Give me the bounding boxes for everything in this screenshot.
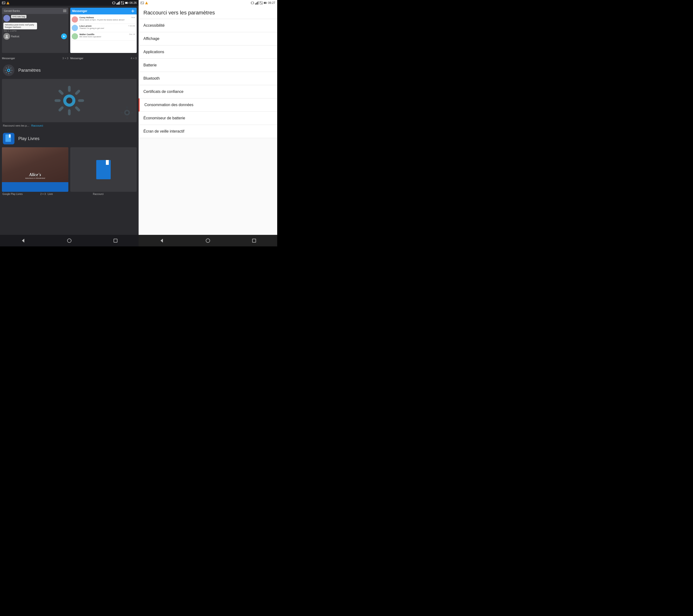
settings-item-2[interactable]: Applications [139, 45, 277, 59]
msg-item-2[interactable]: Walter Castillo We need more cupcakes! D… [71, 32, 136, 41]
settings-label-8: Écran de veille interactif [143, 129, 184, 133]
messenger-widget-small[interactable]: Gerald Banks VHS tote bag [2, 8, 68, 53]
left-time: 06:26 [130, 1, 137, 4]
svg-rect-66 [258, 1, 258, 4]
svg-rect-14 [125, 2, 127, 3]
bottom-label-size-0: 2 × 3 [40, 193, 46, 195]
svg-rect-18 [63, 12, 66, 12]
left-nav-bar [0, 235, 139, 246]
recents-button[interactable] [111, 236, 120, 245]
svg-rect-31 [6, 72, 7, 73]
bottom-label-text-2: Raccourci [93, 193, 103, 195]
blue-book-widget[interactable] [70, 147, 137, 192]
msg-name-1: Lisa Larson [79, 25, 127, 27]
settings-label-4: Bluetooth [143, 76, 160, 80]
settings-item-4[interactable]: Bluetooth [139, 72, 277, 85]
svg-rect-23 [132, 11, 134, 11]
back-icon [20, 238, 26, 243]
svg-rect-60 [252, 2, 253, 4]
settings-list: Accessibilité Affichage Applications Bat… [139, 19, 277, 235]
msg-content-2: Walter Castillo We need more cupcakes! [79, 33, 128, 38]
right-home-icon [205, 238, 211, 243]
send-button[interactable] [61, 34, 67, 39]
radical-text: Radical. [11, 35, 20, 38]
left-status-icons: ! [2, 1, 9, 4]
alices-cover: Alice's Adventures in Wonderland [2, 147, 68, 192]
widget-labels: Messenger 3 × 3 Messenger 4 × 3 [2, 57, 137, 60]
messenger-small-body: VHS tote bag Helvetica post-ironic roof … [2, 14, 68, 53]
svg-rect-64 [256, 3, 257, 4]
radical-row: Radical. [3, 33, 67, 40]
messenger-large-title: Messenger [72, 9, 87, 13]
msg-item-1[interactable]: Lisa Larson Thanks! I'm going to get one… [71, 24, 136, 32]
svg-rect-28 [11, 70, 13, 71]
home-button[interactable] [65, 236, 74, 245]
alert-icon: ! [6, 1, 9, 4]
msg-text-0: Show starts at 9pm. I'll print the ticke… [79, 19, 130, 21]
left-status-right: 06:26 [112, 1, 137, 4]
bottom-labels-row: Google Play Livres 2 × 3 Livre Raccourci [2, 193, 137, 195]
chat-timestamp: Mar 2, 1:42PM [4, 30, 67, 32]
svg-point-19 [6, 35, 8, 37]
msg-text-1: Thanks! I'm going to get one! [79, 27, 127, 29]
back-button[interactable] [19, 236, 27, 245]
chat-item-tote: VHS tote bag [3, 15, 67, 22]
svg-line-12 [121, 1, 124, 4]
right-home-button[interactable] [203, 236, 212, 245]
left-panel: ! [0, 0, 139, 246]
chat-bubble-tote: VHS tote bag [11, 15, 26, 18]
messenger-widget-small-header: Gerald Banks [2, 8, 68, 14]
messenger-large-name: Messenger [70, 57, 83, 60]
settings-item-8[interactable]: Écran de veille interactif [139, 125, 277, 138]
right-recents-icon [252, 238, 257, 243]
right-recents-button[interactable] [250, 236, 258, 245]
parametres-app-item[interactable]: Paramètres [2, 63, 137, 78]
settings-item-5[interactable]: Certificats de confiance [139, 85, 277, 98]
msg-content-1: Lisa Larson Thanks! I'm going to get one… [79, 25, 127, 29]
svg-point-20 [5, 37, 8, 38]
settings-item-1[interactable]: Affichage [139, 32, 277, 45]
raccourci-link[interactable]: Raccourci [31, 124, 43, 127]
svg-rect-8 [117, 3, 118, 4]
bottom-label-0: Google Play Livres 2 × 3 [2, 193, 46, 195]
svg-point-25 [8, 69, 9, 71]
messenger-small-label: Messenger 3 × 3 [2, 57, 68, 60]
svg-rect-32 [5, 70, 6, 71]
alices-widget[interactable]: Alice's Adventures in Wonderland [2, 147, 68, 192]
settings-item-3[interactable]: Batterie [139, 59, 277, 72]
msg-item-0[interactable]: Corey Holmes Show starts at 9pm. I'll pr… [71, 15, 136, 24]
svg-rect-39 [75, 106, 81, 112]
messenger-small-size: 3 × 3 [62, 57, 68, 60]
msg-time-1: 7:39 AM [128, 25, 135, 27]
settings-label-2: Applications [143, 50, 164, 54]
raccourci-main-text: Raccourci vers les p… [3, 124, 29, 127]
svg-rect-4 [113, 2, 115, 4]
msg-time-0: Now [132, 16, 135, 19]
messenger-large-size: 4 × 3 [131, 57, 137, 60]
radical-avatar [3, 33, 10, 40]
signal-icon [117, 1, 120, 4]
right-time: 06:27 [268, 1, 275, 4]
settings-item-6[interactable]: Consommation des données [139, 98, 277, 112]
settings-label-6: Consommation des données [144, 103, 194, 107]
settings-widget-preview[interactable] [2, 79, 137, 122]
settings-item-7[interactable]: Économiseur de batterie [139, 112, 277, 125]
svg-rect-43 [58, 89, 64, 96]
play-livres-app-item[interactable]: Play Livres [2, 131, 137, 146]
right-back-button[interactable] [157, 236, 166, 245]
signal-icon-right [255, 1, 258, 4]
play-livres-name: Play Livres [18, 136, 39, 141]
msg-avatar-2 [72, 33, 78, 39]
svg-rect-65 [257, 2, 258, 4]
svg-rect-9 [118, 2, 119, 4]
menu-icon [63, 9, 66, 13]
settings-item-0[interactable]: Accessibilité [139, 19, 277, 32]
recents-icon [113, 238, 118, 243]
settings-label-1: Affichage [143, 37, 159, 41]
messenger-widget-large[interactable]: Messenger Corey Holmes Show starts at 9p… [70, 8, 137, 53]
svg-rect-27 [10, 67, 12, 69]
svg-rect-0 [2, 2, 5, 4]
messenger-large-header: Messenger [70, 8, 137, 15]
battery-icon [125, 1, 128, 4]
svg-text:!: ! [8, 2, 8, 4]
